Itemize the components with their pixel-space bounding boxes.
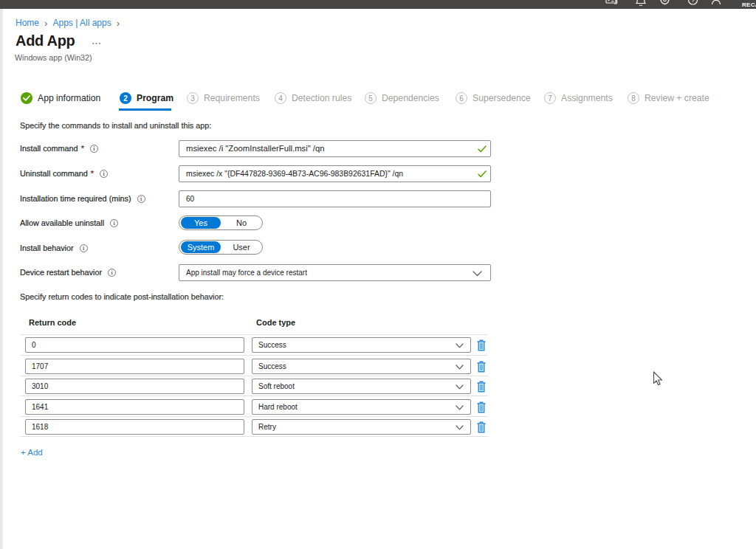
- svg-text:?: ?: [691, 0, 695, 4]
